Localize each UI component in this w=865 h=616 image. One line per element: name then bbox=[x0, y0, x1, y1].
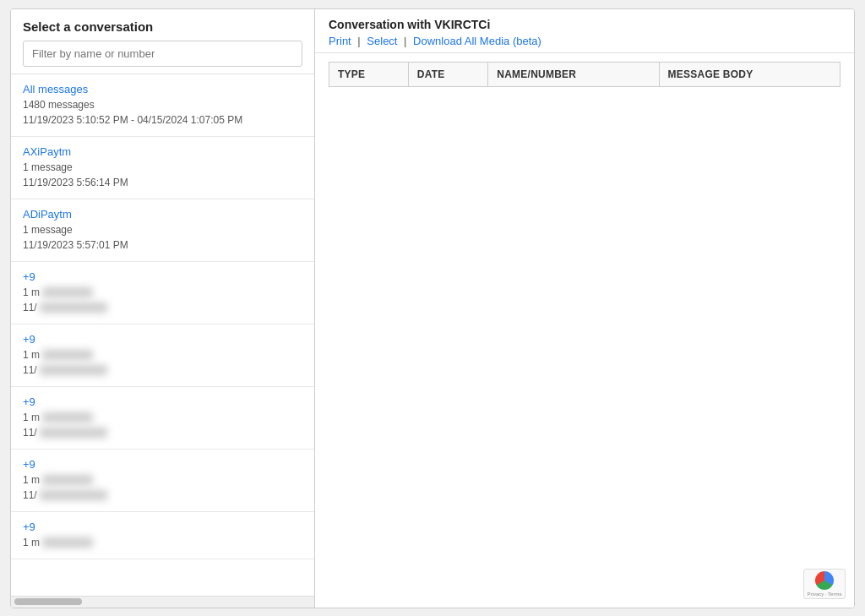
conv-meta2: 11/19/2023 5:57:01 PM bbox=[23, 237, 302, 253]
download-link[interactable]: Download All Media (beta) bbox=[413, 35, 541, 47]
message-table: TYPE DATE NAME/NUMBER MESSAGE BODY bbox=[329, 62, 841, 87]
conversation-item[interactable]: All messages1480 messages11/19/2023 5:10… bbox=[11, 74, 314, 137]
conv-name: +9 bbox=[23, 521, 302, 533]
right-header: Conversation with VKIRCTCi Print | Selec… bbox=[315, 9, 854, 53]
col-name-number: NAME/NUMBER bbox=[488, 62, 659, 86]
conv-name: +9 bbox=[23, 395, 302, 408]
action-links: Print | Select | Download All Media (bet… bbox=[329, 35, 841, 47]
sep1: | bbox=[355, 35, 364, 47]
conversation-item[interactable]: +91 m bbox=[11, 512, 314, 559]
conv-meta1: 1480 messages bbox=[23, 97, 302, 112]
conversation-item[interactable]: +91 m 11/ bbox=[11, 387, 314, 450]
select-link[interactable]: Select bbox=[367, 35, 397, 47]
conv-meta2: 11/ bbox=[23, 363, 302, 378]
recaptcha-badge: Privacy · Terms bbox=[803, 569, 846, 599]
conv-meta2: 11/19/2023 5:56:14 PM bbox=[23, 175, 302, 190]
recaptcha-logo bbox=[815, 571, 834, 590]
conversation-list[interactable]: All messages1480 messages11/19/2023 5:10… bbox=[11, 74, 314, 596]
col-message-body: MESSAGE BODY bbox=[659, 62, 840, 86]
conv-meta2: 11/ bbox=[23, 488, 302, 503]
conv-meta1: 1 m bbox=[23, 285, 302, 300]
conv-meta1: 1 m bbox=[23, 472, 302, 488]
conv-meta2: 11/ bbox=[23, 425, 302, 440]
conv-name: AXiPaytm bbox=[23, 145, 302, 158]
right-panel: Conversation with VKIRCTCi Print | Selec… bbox=[315, 9, 854, 608]
bottom-scroll-thumb bbox=[14, 598, 82, 605]
conv-meta1: 1 m bbox=[23, 410, 302, 425]
left-panel-title: Select a conversation bbox=[23, 19, 302, 34]
conversation-item[interactable]: +91 m 11/ bbox=[11, 262, 314, 324]
message-table-wrap: TYPE DATE NAME/NUMBER MESSAGE BODY bbox=[315, 53, 854, 608]
conversation-item[interactable]: AXiPaytm1 message11/19/2023 5:56:14 PM bbox=[11, 137, 314, 199]
conv-meta1: 1 m bbox=[23, 535, 302, 550]
conv-name: +9 bbox=[23, 333, 302, 346]
conv-meta1: 1 message bbox=[23, 160, 302, 175]
conv-meta2: 11/19/2023 5:10:52 PM - 04/15/2024 1:07:… bbox=[23, 112, 302, 128]
bottom-scroll-bar[interactable] bbox=[11, 596, 314, 608]
conversation-title: Conversation with VKIRCTCi bbox=[329, 18, 841, 31]
conv-meta1: 1 m bbox=[23, 347, 302, 363]
conv-meta2: 11/ bbox=[23, 300, 302, 315]
app-container: Select a conversation All messages1480 m… bbox=[10, 8, 855, 608]
recaptcha-text: Privacy · Terms bbox=[808, 591, 842, 597]
left-panel: Select a conversation All messages1480 m… bbox=[11, 9, 315, 608]
conv-meta1: 1 message bbox=[23, 222, 302, 237]
filter-input[interactable] bbox=[23, 41, 302, 67]
conversation-item[interactable]: +91 m 11/ bbox=[11, 324, 314, 387]
conversation-item[interactable]: ADiPaytm1 message11/19/2023 5:57:01 PM bbox=[11, 199, 314, 262]
conv-name: +9 bbox=[23, 270, 302, 283]
conv-name: +9 bbox=[23, 458, 302, 471]
conversation-item[interactable]: +91 m 11/ bbox=[11, 450, 314, 512]
print-link[interactable]: Print bbox=[329, 35, 351, 47]
table-header-row: TYPE DATE NAME/NUMBER MESSAGE BODY bbox=[329, 62, 841, 86]
col-type: TYPE bbox=[329, 62, 409, 86]
conv-name: ADiPaytm bbox=[23, 208, 302, 221]
col-date: DATE bbox=[408, 62, 488, 86]
conv-name: All messages bbox=[23, 83, 302, 95]
left-panel-header: Select a conversation bbox=[11, 9, 314, 74]
sep2: | bbox=[400, 35, 410, 47]
